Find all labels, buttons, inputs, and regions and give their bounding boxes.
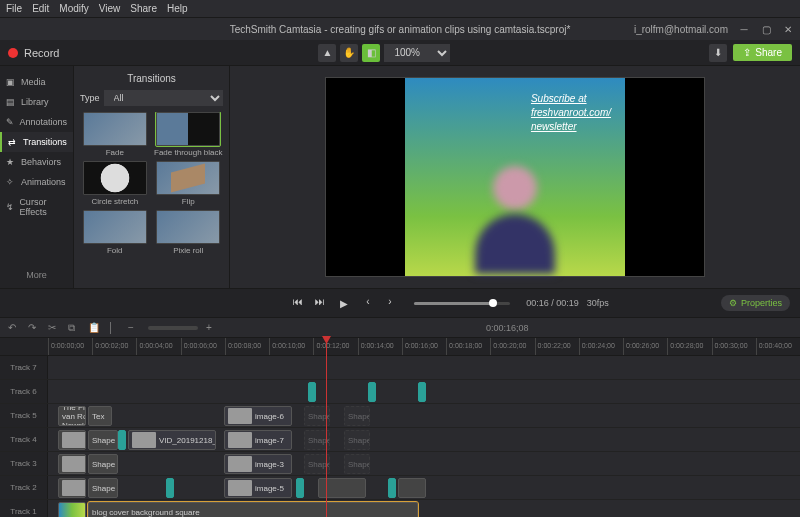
clip[interactable]: image-3 [224,454,292,474]
clip[interactable]: Shape [304,430,330,450]
track-body[interactable]: ShapeVID_20191218_09image-7ShapeShape [48,428,800,451]
clip[interactable]: VID_20191218_09 [128,430,216,450]
zoom-slider[interactable] [148,326,198,330]
clip[interactable] [58,478,86,498]
clip[interactable] [58,454,86,474]
clip[interactable]: The Fresh van Root Newsletter [58,406,86,426]
track-label[interactable]: Track 4 [0,428,48,451]
track-label[interactable]: Track 5 [0,404,48,427]
next-frame-icon[interactable]: ⏭ [312,293,328,309]
clip[interactable]: Shape [344,430,370,450]
step-back-icon[interactable]: ‹ [360,293,376,309]
clip[interactable]: Shape [304,406,330,426]
clip[interactable]: Shape [88,454,118,474]
clip[interactable]: Shape [344,406,370,426]
track-label[interactable]: Track 3 [0,452,48,475]
clip[interactable] [318,478,366,498]
transition-flip[interactable]: Flip [154,161,224,206]
cut-icon[interactable]: ✂ [48,322,60,334]
clip[interactable]: image-5 [224,478,292,498]
menu-edit[interactable]: Edit [32,3,49,14]
scrubber-knob[interactable] [489,299,497,307]
clip[interactable] [368,382,376,402]
sidebar-more[interactable]: More [0,262,73,288]
properties-button[interactable]: ⚙ Properties [721,295,790,311]
sidebar-item-media[interactable]: ▣Media [0,72,73,92]
panel-title: Transitions [80,70,223,90]
menu-view[interactable]: View [99,3,121,14]
transition-fold[interactable]: Fold [80,210,150,255]
transition-circle-stretch[interactable]: Circle stretch [80,161,150,206]
pointer-tool-icon[interactable]: ▲ [318,44,336,62]
zoom-out-icon[interactable]: − [128,322,140,334]
sidebar-item-library[interactable]: ▤Library [0,92,73,112]
track-row: Track 7 [0,356,800,380]
sidebar-item-cursor-effects[interactable]: ↯Cursor Effects [0,192,73,222]
timeline-ruler[interactable]: 0:00:00;000:00:02;000:00:04;000:00:06;00… [0,338,800,356]
clip[interactable]: Shape [88,478,118,498]
menu-file[interactable]: File [6,3,22,14]
hand-tool-icon[interactable]: ✋ [340,44,358,62]
account-label[interactable]: i_rolfm@hotmail.com [634,24,728,35]
paste-icon[interactable]: 📋 [88,322,100,334]
copy-icon[interactable]: ⧉ [68,322,80,334]
track-body[interactable]: blog cover background square [48,500,800,517]
sidebar-item-transitions[interactable]: ⇄Transitions [0,132,73,152]
clip[interactable] [308,382,316,402]
clip[interactable]: Shape [88,430,118,450]
download-icon[interactable]: ⬇ [709,44,727,62]
transitions-panel: Transitions Type All FadeFade through bl… [74,66,230,288]
clip[interactable]: blog cover background square [88,502,418,517]
track-body[interactable]: Shapeimage-3ShapeShape [48,452,800,475]
preview-canvas[interactable]: Subscribe at freshvanroot.com/ newslette… [230,66,800,288]
menu-share[interactable]: Share [130,3,157,14]
track-row: Track 1blog cover background square [0,500,800,517]
clip[interactable] [418,382,426,402]
step-fwd-icon[interactable]: › [382,293,398,309]
minimize-icon[interactable]: ─ [738,23,750,35]
track-body[interactable] [48,380,800,403]
zoom-select[interactable]: 100% [384,44,450,62]
track-label[interactable]: Track 6 [0,380,48,403]
track-label[interactable]: Track 7 [0,356,48,379]
track-body[interactable]: The Fresh van Root NewsletterTeximage-6S… [48,404,800,427]
clip[interactable]: Shape [344,454,370,474]
sidebar-item-animations[interactable]: ✧Animations [0,172,73,192]
clip[interactable]: image-6 [224,406,292,426]
play-icon[interactable]: ▶ [334,293,354,313]
clip[interactable] [296,478,304,498]
undo-icon[interactable]: ↶ [8,322,20,334]
record-button[interactable]: Record [8,47,59,59]
sidebar-item-annotations[interactable]: ✎Annotations [0,112,73,132]
clip[interactable]: image-7 [224,430,292,450]
menu-help[interactable]: Help [167,3,188,14]
ruler-tick: 0:00:20;00 [490,338,534,355]
redo-icon[interactable]: ↷ [28,322,40,334]
close-icon[interactable]: ✕ [782,23,794,35]
scrubber[interactable] [414,302,510,305]
track-body[interactable] [48,356,800,379]
share-button[interactable]: ⇪ Share [733,44,792,61]
clip[interactable]: Tex [88,406,112,426]
clip[interactable] [58,430,86,450]
sidebar-item-behaviors[interactable]: ★Behaviors [0,152,73,172]
clip[interactable] [58,502,86,517]
clip[interactable] [398,478,426,498]
crop-tool-icon[interactable]: ◧ [362,44,380,62]
transition-fade-through-black[interactable]: Fade through black [154,112,224,157]
prev-frame-icon[interactable]: ⏮ [290,293,306,309]
track-label[interactable]: Track 1 [0,500,48,517]
type-select[interactable]: All [104,90,223,106]
maximize-icon[interactable]: ▢ [760,23,772,35]
clip[interactable] [388,478,396,498]
track-body[interactable]: Shapeimage-5 [48,476,800,499]
clip[interactable]: Shape [304,454,330,474]
menu-modify[interactable]: Modify [59,3,88,14]
track-label[interactable]: Track 2 [0,476,48,499]
transition-pixie-roll[interactable]: Pixie roll [154,210,224,255]
split-icon[interactable]: │ [108,322,120,334]
clip[interactable] [118,430,126,450]
transition-fade[interactable]: Fade [80,112,150,157]
zoom-in-icon[interactable]: + [206,322,218,334]
clip[interactable] [166,478,174,498]
